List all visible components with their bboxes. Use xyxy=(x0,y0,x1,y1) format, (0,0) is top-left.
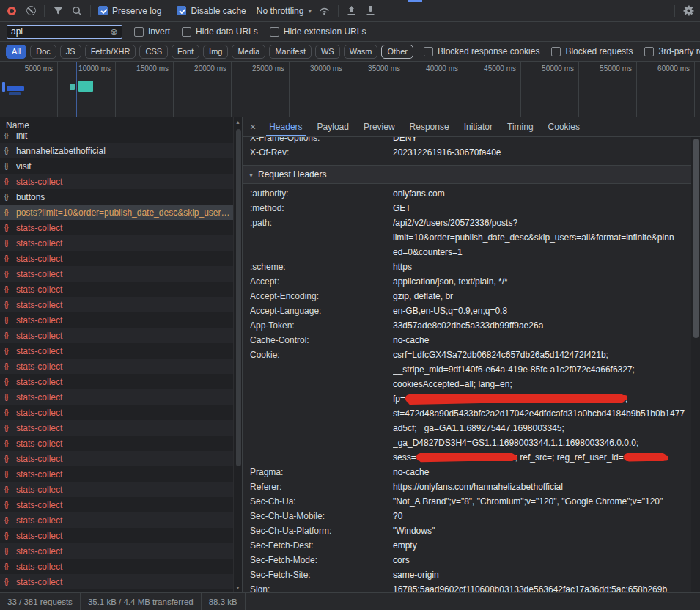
request-list: {}init{}hannahelizabethofficial{}visit{}… xyxy=(0,133,233,592)
filter-input[interactable] xyxy=(11,26,107,37)
header-value: "Not_A Brand";v="8", "Chromium";v="120",… xyxy=(393,494,691,509)
throttling-dropdown[interactable]: No throttling ▾ xyxy=(257,6,312,16)
request-row[interactable]: {}stats-collect xyxy=(0,235,233,251)
request-row[interactable]: {}stats-collect xyxy=(0,420,233,436)
request-row[interactable]: {}stats-collect xyxy=(0,312,233,328)
type-filter-wasm[interactable]: Wasm xyxy=(344,45,378,59)
filter-checkbox-blocked-requests[interactable]: Blocked requests xyxy=(551,46,633,56)
invert-checkbox[interactable]: Invert xyxy=(134,26,170,37)
type-filter-css[interactable]: CSS xyxy=(139,45,168,59)
type-filter-all[interactable]: All xyxy=(6,45,26,59)
request-row[interactable]: {}stats-collect xyxy=(0,389,233,405)
filter-input-box[interactable]: ⊗ xyxy=(7,25,122,39)
import-har-icon[interactable] xyxy=(346,5,358,17)
header-name: X-Frame-Options: xyxy=(250,137,393,145)
redaction-scribble xyxy=(624,453,666,461)
timeline-tick-label: 60000 ms xyxy=(657,65,690,73)
request-row[interactable]: {}visit xyxy=(0,158,233,174)
export-har-icon[interactable] xyxy=(365,5,377,17)
close-details-icon[interactable]: × xyxy=(250,122,256,132)
request-row[interactable]: {}stats-collect xyxy=(0,266,233,282)
tab-initiator[interactable]: Initiator xyxy=(457,117,500,136)
tab-preview[interactable]: Preview xyxy=(356,117,402,136)
name-column-header[interactable]: Name xyxy=(0,117,242,133)
preserve-log-checkbox[interactable]: Preserve log xyxy=(98,6,161,16)
scrollbar-thumb[interactable] xyxy=(236,129,241,466)
request-row[interactable]: {}posts?limit=10&order=publish_date_desc… xyxy=(0,205,233,220)
disable-cache-checkbox[interactable]: Disable cache xyxy=(177,6,246,16)
request-row[interactable]: {}stats-collect xyxy=(0,451,233,466)
hide-extension-urls-label: Hide extension URLs xyxy=(284,26,366,37)
request-row[interactable]: {}stats-collect xyxy=(0,359,233,374)
type-filter-doc[interactable]: Doc xyxy=(30,45,56,59)
hide-extension-urls-checkbox[interactable]: Hide extension URLs xyxy=(270,26,366,37)
network-conditions-icon[interactable] xyxy=(319,5,331,17)
request-row[interactable]: {}stats-collect xyxy=(0,328,233,343)
type-filter-font[interactable]: Font xyxy=(172,45,199,59)
scroll-up-icon[interactable]: ▲ xyxy=(235,120,240,125)
tab-timing[interactable]: Timing xyxy=(500,117,541,136)
request-row[interactable]: {}stats-collect xyxy=(0,405,233,420)
tab-headers[interactable]: Headers xyxy=(262,117,309,136)
request-headers-section-header[interactable]: ▾ Request Headers xyxy=(243,165,691,184)
request-row[interactable]: {}stats-collect xyxy=(0,482,233,497)
clear-network-log-icon[interactable] xyxy=(26,6,36,15)
tab-cookies[interactable]: Cookies xyxy=(541,117,587,136)
header-value: 33d57ade8c02dbc5a333db99ff9ae26a xyxy=(393,318,691,333)
request-row[interactable]: {}buttons xyxy=(0,189,233,205)
request-row[interactable]: {}stats-collect xyxy=(0,528,233,543)
request-name: buttons xyxy=(16,192,48,202)
record-network-log-icon[interactable] xyxy=(7,7,16,15)
type-filter-img[interactable]: Img xyxy=(203,45,228,59)
tab-response[interactable]: Response xyxy=(402,117,457,136)
type-filter-js[interactable]: JS xyxy=(60,45,81,59)
type-filter-media[interactable]: Media xyxy=(232,45,265,59)
json-request-icon: {} xyxy=(4,485,16,493)
request-row[interactable]: {}hannahelizabethofficial xyxy=(0,143,233,158)
scroll-down-icon[interactable]: ▼ xyxy=(235,585,240,590)
request-row[interactable]: {}stats-collect xyxy=(0,374,233,389)
request-row[interactable]: {}stats-collect xyxy=(0,220,233,235)
request-name: stats-collect xyxy=(16,177,65,187)
clear-filter-icon[interactable]: ⊗ xyxy=(110,27,118,37)
header-value-line: /api2/v2/users/20572336/posts? xyxy=(393,216,687,230)
request-row[interactable]: {}stats-collect xyxy=(0,466,233,482)
json-request-icon: {} xyxy=(4,270,16,278)
filter-checkbox-blocked-response-cookies[interactable]: Blocked response cookies xyxy=(424,46,539,56)
scrollbar-thumb[interactable] xyxy=(693,139,699,338)
request-row[interactable]: {}stats-collect xyxy=(0,497,233,512)
tab-payload[interactable]: Payload xyxy=(310,117,356,136)
request-row[interactable]: {}stats-collect xyxy=(0,559,233,574)
checkbox-label: Blocked requests xyxy=(565,46,633,56)
header-value: https xyxy=(393,260,691,274)
request-row[interactable]: {}stats-collect xyxy=(0,297,233,312)
header-value-line: csrf=LdfcGX4Sa72db06824c657db26a5d142472… xyxy=(393,348,687,362)
timeline-overview[interactable]: 5000 ms10000 ms15000 ms20000 ms25000 ms3… xyxy=(0,62,700,117)
filter-checkbox-3rd-party-requests[interactable]: 3rd-party requests xyxy=(644,46,700,56)
request-name: stats-collect xyxy=(16,269,65,279)
details-scrollbar[interactable] xyxy=(691,137,700,592)
request-row[interactable]: {}stats-collect xyxy=(0,512,233,528)
request-row[interactable]: {}stats-collect xyxy=(0,174,233,189)
type-filter-manifest[interactable]: Manifest xyxy=(269,45,312,59)
hide-data-urls-checkbox[interactable]: Hide data URLs xyxy=(182,26,258,37)
requests-scrollbar[interactable]: ▲ ▼ xyxy=(233,117,242,592)
type-filter-other[interactable]: Other xyxy=(381,45,413,59)
json-request-icon: {} xyxy=(4,408,16,416)
request-row[interactable]: {}stats-collect xyxy=(0,574,233,589)
active-panel-tab-indicator xyxy=(408,0,422,2)
settings-gear-icon[interactable] xyxy=(682,5,694,17)
header-name: :authority: xyxy=(250,186,393,201)
request-row[interactable]: {}stats-collect xyxy=(0,436,233,451)
request-row[interactable]: {}stats-collect xyxy=(0,543,233,559)
request-row[interactable]: {}stats-collect xyxy=(0,282,233,297)
json-request-icon: {} xyxy=(4,133,16,139)
type-filter-ws[interactable]: WS xyxy=(315,45,340,59)
type-filter-fetch-xhr[interactable]: Fetch/XHR xyxy=(85,45,136,59)
header-value-line: sess=; ref_src=; reg_ref_user_id= xyxy=(393,450,687,465)
request-row[interactable]: {}stats-collect xyxy=(0,343,233,359)
filter-icon[interactable] xyxy=(52,5,64,17)
request-row[interactable]: {}init xyxy=(0,133,233,143)
request-row[interactable]: {}stats-collect xyxy=(0,251,233,266)
search-icon[interactable] xyxy=(71,5,83,17)
